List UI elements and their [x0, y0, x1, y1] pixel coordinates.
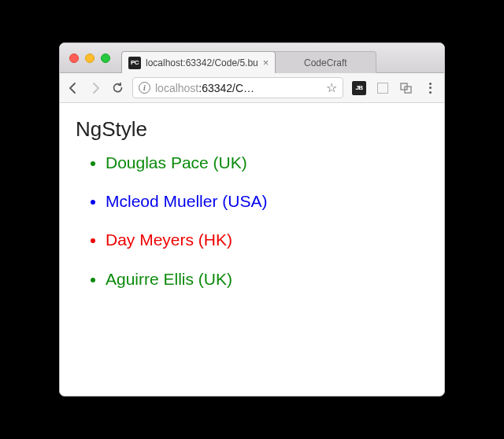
- extension-placeholder-icon[interactable]: [375, 80, 391, 96]
- page-heading: NgStyle: [76, 117, 428, 142]
- nav-forward-icon: [88, 82, 102, 94]
- page-content: NgStyle Douglas Pace (UK)Mcleod Mueller …: [60, 103, 444, 396]
- tab-title: localhost:63342/Code/5.bu: [146, 57, 258, 68]
- menu-kebab-icon[interactable]: [422, 80, 438, 96]
- nav-back-icon[interactable]: [66, 82, 80, 94]
- address-bar[interactable]: i localhost:63342/C… ☆: [132, 77, 343, 98]
- browser-tab-inactive[interactable]: CodeCraft: [274, 51, 376, 73]
- list-item: Douglas Pace (UK): [106, 153, 428, 172]
- reload-icon[interactable]: [110, 81, 124, 94]
- jetbrains-extension-icon[interactable]: JB: [351, 80, 367, 96]
- close-tab-icon[interactable]: ×: [263, 57, 269, 68]
- window-titlebar: PC localhost:63342/Code/5.bu × CodeCraft: [60, 43, 444, 73]
- minimize-window-button[interactable]: [85, 53, 94, 63]
- maximize-window-button[interactable]: [101, 53, 110, 63]
- list-item: Mcleod Mueller (USA): [106, 191, 428, 211]
- list-item: Day Meyers (HK): [106, 230, 428, 249]
- pycharm-favicon-icon: PC: [128, 57, 141, 69]
- devtools-extension-icon[interactable]: [398, 80, 414, 96]
- browser-window: PC localhost:63342/Code/5.bu × CodeCraft…: [59, 42, 445, 397]
- list-item: Aguirre Ellis (UK): [106, 269, 428, 289]
- browser-toolbar: i localhost:63342/C… ☆ JB: [60, 73, 444, 103]
- url-text: localhost:63342/C…: [155, 82, 321, 94]
- close-window-button[interactable]: [69, 53, 79, 63]
- site-info-icon[interactable]: i: [139, 82, 150, 94]
- bookmark-star-icon[interactable]: ☆: [326, 80, 337, 95]
- browser-tab-active[interactable]: PC localhost:63342/Code/5.bu ×: [121, 51, 276, 73]
- people-list: Douglas Pace (UK)Mcleod Mueller (USA)Day…: [76, 153, 428, 289]
- window-controls: [60, 53, 110, 63]
- tab-title: CodeCraft: [304, 57, 347, 68]
- tab-strip: PC localhost:63342/Code/5.bu × CodeCraft: [121, 43, 444, 72]
